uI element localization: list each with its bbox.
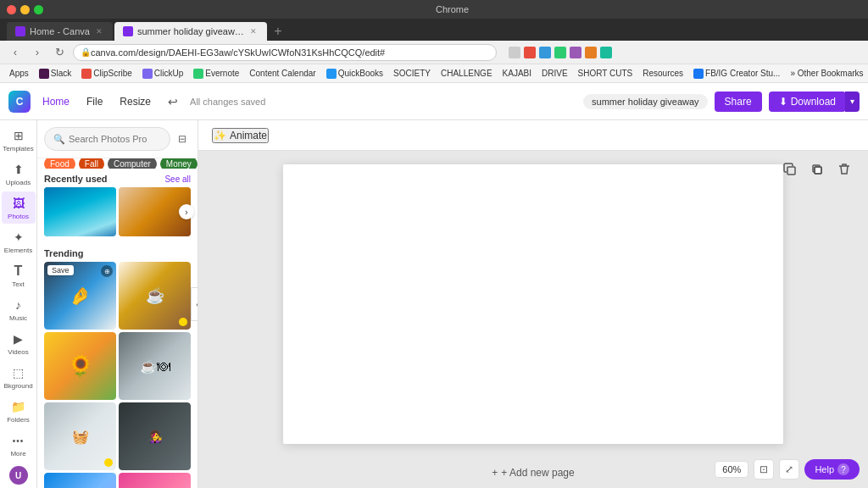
trending-image-2[interactable]: ☕ bbox=[119, 262, 191, 330]
canvas-toolbar: ✨ Animate bbox=[198, 120, 868, 151]
tab-favicon-canva bbox=[123, 26, 133, 36]
sidebar-item-account[interactable]: U bbox=[2, 463, 36, 488]
trending-image-7[interactable]: 🏖 bbox=[44, 473, 116, 488]
bookmark-slack[interactable]: Slack bbox=[36, 68, 74, 80]
bookmark-label-society: SOCIETY bbox=[393, 69, 431, 78]
bookmark-other[interactable]: » Other Bookmarks bbox=[787, 68, 865, 79]
canva-home-button[interactable]: Home bbox=[37, 92, 75, 111]
canvas-page[interactable] bbox=[283, 164, 783, 444]
canva-app-bar: C Home File Resize ↩ All changes saved s… bbox=[0, 83, 868, 120]
search-box[interactable]: 🔍 bbox=[44, 127, 170, 151]
canva-resize-menu[interactable]: Resize bbox=[114, 92, 156, 111]
close-window-button[interactable] bbox=[7, 5, 16, 14]
sidebar-item-videos[interactable]: ▶ Videos bbox=[2, 327, 36, 359]
fullscreen-window-button[interactable] bbox=[34, 5, 43, 14]
trending-header: Trending bbox=[37, 243, 198, 262]
download-caret-button[interactable]: ▾ bbox=[845, 92, 860, 112]
sidebar-item-templates[interactable]: ⊞ Templates bbox=[2, 124, 36, 156]
extension-icon-7[interactable] bbox=[600, 47, 612, 58]
filter-icon[interactable]: ⊟ bbox=[174, 130, 191, 147]
see-all-button[interactable]: See all bbox=[164, 175, 191, 184]
bookmark-fb-creator[interactable]: FB/IG Creator Stu... bbox=[691, 68, 782, 80]
pro-badge-2 bbox=[179, 318, 187, 326]
sidebar-item-uploads[interactable]: ⬆ Uploads bbox=[2, 158, 36, 190]
recent-scroll-right[interactable]: › bbox=[179, 204, 194, 219]
bookmark-drive[interactable]: DRIVE bbox=[539, 68, 570, 79]
tab-close-canva[interactable]: ✕ bbox=[248, 26, 259, 36]
svg-rect-2 bbox=[815, 167, 821, 174]
sidebar-item-music[interactable]: ♪ Music bbox=[2, 293, 36, 325]
extension-icon-2[interactable] bbox=[524, 47, 536, 58]
fit-to-screen-button[interactable]: ⊡ bbox=[754, 459, 774, 480]
forward-button[interactable]: › bbox=[29, 44, 46, 61]
sidebar-label-uploads: Uploads bbox=[6, 179, 31, 186]
undo-button[interactable]: ↩ bbox=[163, 92, 183, 112]
fullscreen-button[interactable]: ⤢ bbox=[779, 459, 799, 480]
bookmark-quickbooks[interactable]: QuickBooks bbox=[324, 68, 386, 80]
trending-image-8[interactable]: 🌸 bbox=[119, 473, 191, 488]
sidebar-item-elements[interactable]: ✦ Elements bbox=[2, 225, 36, 258]
pro-badge-5 bbox=[104, 458, 113, 467]
zoom-level-display[interactable]: 60% bbox=[715, 461, 748, 478]
new-tab-button[interactable]: + bbox=[269, 22, 287, 41]
category-food[interactable]: Food bbox=[44, 158, 75, 169]
sidebar-item-more[interactable]: ••• More bbox=[2, 429, 36, 461]
uploads-icon: ⬆ bbox=[10, 161, 27, 178]
category-money[interactable]: Money bbox=[160, 158, 198, 169]
bookmark-apps[interactable]: Apps bbox=[7, 68, 31, 79]
save-badge[interactable]: Save bbox=[47, 265, 74, 275]
bookmark-clickup[interactable]: ClickUp bbox=[140, 68, 186, 80]
extension-icon-1[interactable] bbox=[509, 47, 520, 58]
design-title-chip[interactable]: summer holiday giveaway bbox=[583, 94, 708, 109]
extension-icon-6[interactable] bbox=[585, 47, 597, 58]
trending-image-6[interactable]: 👩‍🎤 bbox=[119, 402, 191, 470]
tab-canva[interactable]: summer holiday giveaway - Te... ✕ bbox=[114, 22, 267, 41]
minimize-window-button[interactable] bbox=[20, 5, 30, 14]
tab-home[interactable]: Home - Canva ✕ bbox=[7, 22, 113, 41]
bookmark-icon-qb bbox=[326, 69, 337, 79]
bookmark-label-challenge: CHALLENGE bbox=[441, 69, 492, 78]
sidebar-item-background[interactable]: ⬚ Bkground bbox=[2, 361, 36, 393]
sidebar-item-text[interactable]: T Text bbox=[2, 259, 36, 291]
bookmark-kajabi[interactable]: KAJABI bbox=[500, 68, 534, 79]
extension-icon-3[interactable] bbox=[539, 47, 551, 58]
tab-close-home[interactable]: ✕ bbox=[94, 26, 104, 36]
bookmark-society[interactable]: SOCIETY bbox=[391, 68, 433, 79]
back-button[interactable]: ‹ bbox=[7, 44, 24, 61]
zoom-value: 60% bbox=[722, 464, 741, 474]
bookmark-evernote[interactable]: Evernote bbox=[191, 68, 242, 80]
bookmark-label-shortcuts: SHORT CUTS bbox=[578, 69, 633, 78]
search-input[interactable] bbox=[69, 134, 161, 144]
bookmark-content-calendar[interactable]: Content Calendar bbox=[247, 68, 318, 79]
panel-collapse-handle[interactable]: ‹ bbox=[191, 287, 198, 321]
trending-image-3[interactable]: 🌻 bbox=[44, 332, 116, 400]
bookmark-challenge[interactable]: CHALLENGE bbox=[438, 68, 495, 79]
trending-image-1[interactable]: 🤌 Save ⊕ bbox=[44, 262, 116, 330]
tab-bar: Home - Canva ✕ summer holiday giveaway -… bbox=[0, 19, 868, 41]
extension-icon-4[interactable] bbox=[554, 47, 566, 58]
reload-button[interactable]: ↻ bbox=[51, 44, 68, 61]
animate-icon: ✨ bbox=[214, 130, 226, 141]
recent-image-1[interactable] bbox=[44, 187, 116, 236]
animate-button[interactable]: ✨ Animate bbox=[212, 128, 269, 143]
bookmark-shortcuts[interactable]: SHORT CUTS bbox=[576, 68, 636, 79]
canvas-delete-button[interactable] bbox=[834, 159, 854, 180]
canvas-copy-button[interactable] bbox=[780, 159, 800, 180]
trending-image-4[interactable]: ☕🍽 bbox=[119, 332, 191, 400]
extension-icon-5[interactable] bbox=[570, 47, 581, 58]
canva-file-menu[interactable]: File bbox=[81, 92, 108, 111]
window-title: Chrome bbox=[43, 4, 861, 14]
sidebar-item-photos[interactable]: 🖼 Photos bbox=[2, 191, 36, 224]
category-computer[interactable]: Computer bbox=[108, 158, 157, 169]
url-bar[interactable]: 🔒 canva.com/design/DAEHI-EG3aw/cYSkUwICW… bbox=[73, 44, 497, 61]
help-button[interactable]: Help ? bbox=[804, 459, 860, 480]
category-fall[interactable]: Fall bbox=[79, 158, 104, 169]
bookmark-resources[interactable]: Resources bbox=[640, 68, 686, 79]
add-page-button[interactable]: + + Add new page bbox=[492, 467, 574, 479]
canvas-duplicate-button[interactable] bbox=[807, 159, 827, 180]
sidebar-item-folders[interactable]: 📁 Folders bbox=[2, 395, 36, 427]
share-button[interactable]: Share bbox=[715, 92, 762, 112]
bookmark-clipscribe[interactable]: ClipScribe bbox=[79, 68, 135, 80]
download-button[interactable]: ⬇ Download bbox=[769, 92, 846, 112]
trending-image-5[interactable]: 🧺 bbox=[44, 402, 116, 470]
